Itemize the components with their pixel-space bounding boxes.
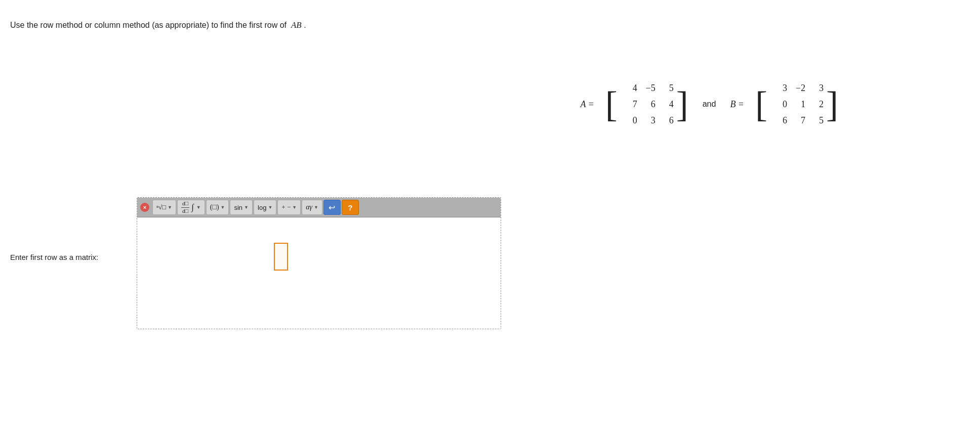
matrix-b-right-bracket: ] xyxy=(826,86,838,122)
sin-icon: sin xyxy=(234,204,242,211)
radical-icon: ⁿ√□ xyxy=(156,203,166,211)
matrix-b-cell-2-2: 5 xyxy=(806,115,824,126)
input-cursor-box[interactable] xyxy=(274,243,288,271)
undo-icon: ↩ xyxy=(329,203,335,212)
matrix-a-right-bracket: ] xyxy=(676,86,688,122)
help-icon: ? xyxy=(348,203,352,212)
matrix-a-cell-1-2: 4 xyxy=(657,99,674,110)
ab-label: AB xyxy=(291,20,302,30)
matrix-a-cell-2-1: 3 xyxy=(638,115,656,126)
enter-first-row-label: Enter first row as a matrix: xyxy=(10,253,98,261)
alpha-dropdown-arrow: ▼ xyxy=(314,205,318,210)
and-text: and xyxy=(703,100,716,109)
paren-button[interactable]: (□) ▼ xyxy=(206,200,229,215)
help-button[interactable]: ? xyxy=(342,200,359,215)
log-button[interactable]: log ▼ xyxy=(254,200,276,215)
matrix-b-left-bracket: [ xyxy=(755,86,767,122)
matrix-b-grid: 3 −2 3 0 1 2 6 7 5 xyxy=(768,78,825,130)
math-editor[interactable]: × ⁿ√□ ▼ d□ d□ ∫ ▼ (□) ▼ sin ▼ log ▼ xyxy=(137,197,501,329)
log-dropdown-arrow: ▼ xyxy=(268,205,272,210)
matrix-b-cell-0-2: 3 xyxy=(806,83,824,94)
instruction-text: Use the row method or column method (as … xyxy=(10,20,306,30)
matrices-section: A = [ 4 −5 5 7 6 4 0 3 6 ] and B = [ 3 −… xyxy=(580,78,838,130)
matrix-a-cell-0-0: 4 xyxy=(620,83,637,94)
matrix-b-cell-0-1: −2 xyxy=(788,83,805,94)
fraction-button[interactable]: d□ d□ ∫ ▼ xyxy=(177,200,205,215)
matrix-a-cell-2-2: 6 xyxy=(657,115,674,126)
fraction-dropdown-arrow: ▼ xyxy=(196,205,201,210)
close-button[interactable]: × xyxy=(140,203,149,212)
matrix-a-left-bracket: [ xyxy=(605,86,618,122)
matrix-a-cell-0-2: 5 xyxy=(657,83,674,94)
editor-toolbar: × ⁿ√□ ▼ d□ d□ ∫ ▼ (□) ▼ sin ▼ log ▼ xyxy=(137,198,501,217)
alpha-button[interactable]: αγ ▼ xyxy=(302,200,322,215)
radical-dropdown-arrow: ▼ xyxy=(168,205,172,210)
pm-dropdown-arrow: ▼ xyxy=(292,205,297,210)
matrix-a-label: A = xyxy=(580,99,594,110)
instruction-static: Use the row method or column method (as … xyxy=(10,21,287,29)
matrix-a-grid: 4 −5 5 7 6 4 0 3 6 xyxy=(619,78,675,130)
editor-body[interactable] xyxy=(137,217,501,329)
pm-button[interactable]: + − ▼ xyxy=(277,200,301,215)
matrix-a-wrapper: [ 4 −5 5 7 6 4 0 3 6 ] xyxy=(605,78,688,130)
matrix-b-label: B = xyxy=(730,99,744,110)
integral-icon: ∫ xyxy=(191,202,194,212)
matrix-b-cell-2-1: 7 xyxy=(788,115,805,126)
alpha-icon: αγ xyxy=(306,203,312,211)
sin-dropdown-arrow: ▼ xyxy=(244,205,249,210)
matrix-b-cell-1-0: 0 xyxy=(770,99,787,110)
matrix-b-cell-0-0: 3 xyxy=(770,83,787,94)
matrix-a-cell-1-0: 7 xyxy=(620,99,637,110)
paren-dropdown-arrow: ▼ xyxy=(221,205,225,210)
pm-icon: + − xyxy=(281,203,291,211)
log-icon: log xyxy=(258,204,266,211)
matrix-a-cell-2-0: 0 xyxy=(620,115,637,126)
matrix-b-wrapper: [ 3 −2 3 0 1 2 6 7 5 ] xyxy=(755,78,838,130)
undo-button[interactable]: ↩ xyxy=(323,200,341,215)
matrix-a-cell-1-1: 6 xyxy=(638,99,656,110)
fraction-icon: d□ d□ xyxy=(181,200,189,214)
radical-button[interactable]: ⁿ√□ ▼ xyxy=(152,200,176,215)
matrix-b-cell-1-1: 1 xyxy=(788,99,805,110)
matrix-b-cell-1-2: 2 xyxy=(806,99,824,110)
sin-button[interactable]: sin ▼ xyxy=(230,200,253,215)
paren-icon: (□) xyxy=(210,203,219,211)
matrix-a-cell-0-1: −5 xyxy=(638,83,656,94)
matrix-b-cell-2-0: 6 xyxy=(770,115,787,126)
